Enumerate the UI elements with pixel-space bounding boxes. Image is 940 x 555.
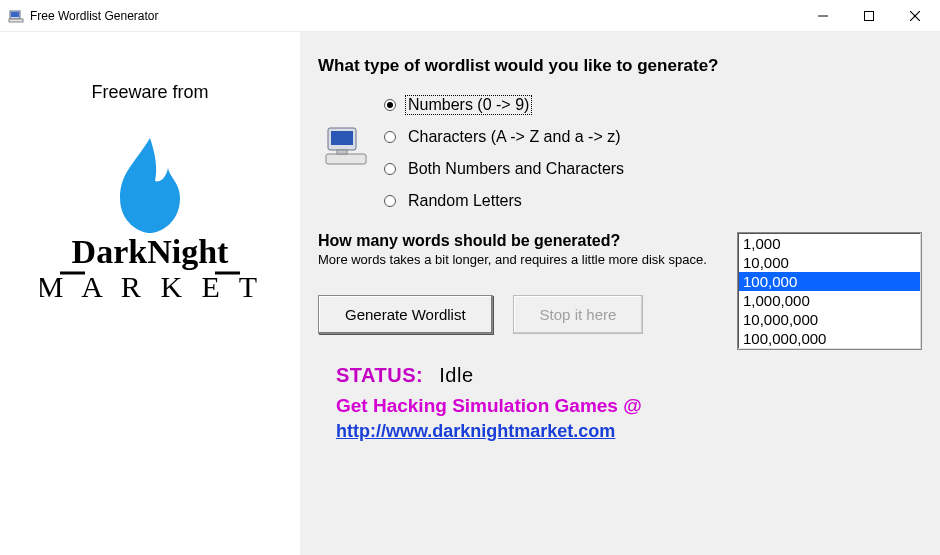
brand-logo: DarkNight M A R K E T: [10, 133, 290, 317]
app-icon: [8, 8, 24, 24]
radio-label: Random Letters: [406, 192, 524, 210]
freeware-label: Freeware from: [10, 82, 290, 103]
radio-label: Both Numbers and Characters: [406, 160, 626, 178]
computer-icon: [318, 124, 374, 176]
radio-indicator: [384, 195, 396, 207]
radio-indicator: [384, 163, 396, 175]
stop-button: Stop it here: [513, 295, 644, 334]
left-panel: Freeware from DarkNight M A R K E T: [0, 32, 300, 555]
radio-label: Characters (A -> Z and a -> z): [406, 128, 623, 146]
status-label: STATUS:: [336, 364, 423, 386]
svg-rect-10: [331, 131, 353, 145]
count-option[interactable]: 1,000,000: [739, 291, 920, 310]
type-radio-group: Numbers (0 -> 9)Characters (A -> Z and a…: [384, 96, 626, 210]
radio-indicator: [384, 131, 396, 143]
count-listbox[interactable]: 1,00010,000100,0001,000,00010,000,000100…: [737, 232, 922, 350]
status-row: STATUS: Idle: [318, 364, 922, 387]
count-option[interactable]: 100,000,000: [739, 329, 920, 348]
count-option[interactable]: 10,000,000: [739, 310, 920, 329]
count-option[interactable]: 100,000: [739, 272, 920, 291]
radio-option[interactable]: Random Letters: [384, 192, 626, 210]
generate-button[interactable]: Generate Wordlist: [318, 295, 493, 334]
count-option[interactable]: 1,000: [739, 234, 920, 253]
status-value: Idle: [439, 364, 473, 386]
svg-rect-4: [865, 11, 874, 20]
radio-option[interactable]: Characters (A -> Z and a -> z): [384, 128, 626, 146]
promo-text: Get Hacking Simulation Games @: [336, 395, 922, 417]
count-option[interactable]: 10,000: [739, 253, 920, 272]
svg-rect-2: [9, 19, 23, 22]
count-note: More words takes a bit longer, and requi…: [318, 252, 708, 269]
logo-word-top: DarkNight: [72, 233, 229, 270]
minimize-button[interactable]: [800, 1, 846, 31]
svg-rect-1: [11, 12, 19, 17]
type-question: What type of wordlist would you like to …: [318, 56, 922, 76]
window-title: Free Wordlist Generator: [30, 9, 159, 23]
radio-indicator: [384, 99, 396, 111]
window-controls: [800, 1, 938, 31]
main-panel: What type of wordlist would you like to …: [300, 32, 940, 555]
promo-link[interactable]: http://www.darknightmarket.com: [336, 421, 922, 442]
svg-rect-12: [337, 150, 347, 154]
close-button[interactable]: [892, 1, 938, 31]
maximize-button[interactable]: [846, 1, 892, 31]
radio-option[interactable]: Both Numbers and Characters: [384, 160, 626, 178]
logo-word-bottom: M A R K E T: [40, 270, 260, 303]
svg-rect-11: [326, 154, 366, 164]
radio-label: Numbers (0 -> 9): [406, 96, 531, 114]
radio-option[interactable]: Numbers (0 -> 9): [384, 96, 626, 114]
titlebar: Free Wordlist Generator: [0, 0, 940, 32]
